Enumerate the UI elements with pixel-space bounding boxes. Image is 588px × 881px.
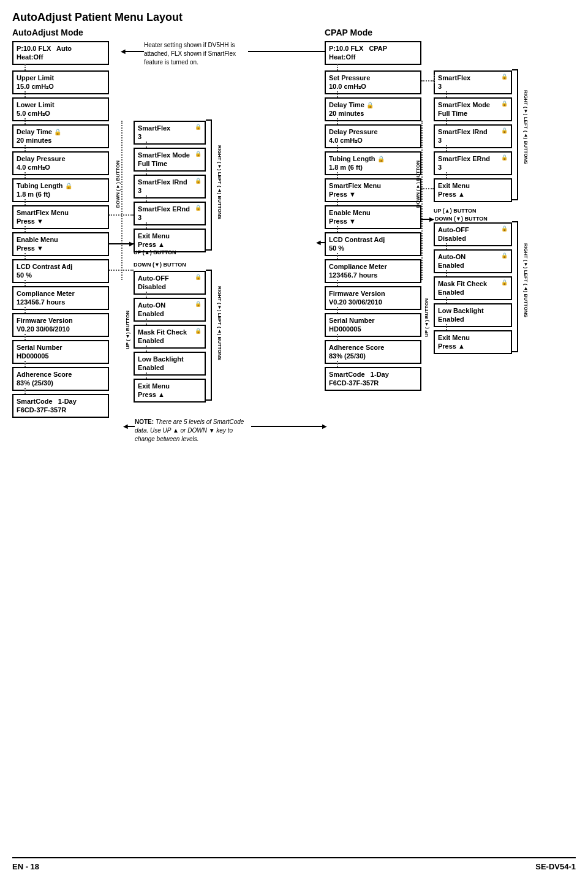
cp-lcd-arrow: ◀ [318,242,325,243]
cem-box-4: Low BacklightEnabled [434,303,512,327]
dot-cem-2 [446,270,447,276]
aa-box-3: Lower Limit5.0 cmH₂O [12,97,109,121]
csf-box-5: Exit MenuPress ▲ [434,178,512,202]
dot-h-sf [109,214,134,216]
dot-sf-3 [146,195,147,202]
dot-v-1 [24,64,26,70]
dot-v-2 [24,91,26,97]
aa-box-1: P:10.0 FLX Auto Heat:Off [12,41,109,65]
csf-bracket [512,69,518,200]
aa-box-2: Upper Limit15.0 cmH₂O [12,70,109,94]
aa-box-6: Tubing Length 🔒1.8 m (6 ft) [12,178,109,202]
dot-cp-12 [337,361,338,367]
smartcode-note: NOTE: There are 5 levels of SmartCode da… [135,418,251,444]
dot-csf-4 [446,172,447,178]
smartcode-arrow-left: ◀ [126,426,135,427]
enable-arrow: ▶ [109,243,134,244]
aa-box-11: Firmware VersionV0.20 30/06/2010 [12,313,109,337]
sf-box-5: Exit MenuPress ▲ [134,229,206,252]
aa-box-12: Serial NumberHD000005 [12,340,109,364]
up-button-label-cpap: UP (▲) BUTTON [434,208,477,214]
right-left-buttons-label-csf: RIGHT (▼) LEFT (▲) BUTTONS [523,90,529,164]
dot-v-9 [24,280,26,286]
down-button-label-cpap: DOWN (▼) BUTTON [415,161,421,208]
page-container: AutoAdjust Patient Menu Layout AutoAdjus… [0,0,588,868]
dot-cem-3 [446,297,447,303]
cpap-mode-header: CPAP Mode [325,28,372,37]
arrow-h-2: ▶ [248,51,334,52]
right-left-buttons-label-2: RIGHT (▼) LEFT (▲) BUTTONS [217,286,222,360]
dot-cp-4 [337,145,338,151]
aa-box-5: Delay Pressure4.0 cmH₂O [12,151,109,175]
ao-bracket [206,270,212,401]
dot-csf-2 [446,118,447,124]
csf-box-4: SmartFlex ERnd 🔒3 [434,151,512,175]
dot-cp-1 [337,64,338,70]
dot-v-11 [24,334,26,340]
cem-bracket [512,221,518,352]
cpap-sf-arrow [421,188,434,189]
dot-v-13 [24,388,26,394]
dot-v-3 [24,118,26,124]
dot-ao-4 [146,372,147,379]
dot-v-csf [421,121,423,280]
dot-cpap-sf-v [434,75,435,83]
aa-box-8: Enable MenuPress ▼ [12,232,109,256]
dot-csf-1 [446,91,447,97]
cp-box-9: Compliance Meter123456.7 hours [325,259,421,283]
ao-box-1: Auto-OFF 🔒Disabled [134,271,206,295]
dot-cp-6 [337,199,338,205]
up-arrow-label-aa: UP (▲) BUTTON [125,311,130,349]
aa-box-10: Compliance Meter123456.7 hours [12,286,109,310]
dot-v-8 [24,253,26,259]
cem-box-5: Exit MenuPress ▲ [434,330,512,354]
sf-box-1: SmartFlex 🔒3 [134,121,206,145]
cp-box-4: Delay Pressure4.0 cmH₂O [325,124,421,148]
dot-cp-8 [337,253,338,259]
aa-box-4: Delay Time 🔒20 minutes [12,124,109,148]
cp-box-11: Serial NumberHD000005 [325,313,421,337]
dot-v-5 [24,172,26,178]
down-button-label-cpap-enable: DOWN (▼) BUTTON [435,216,488,222]
sf-box-3: SmartFlex IRnd 🔒3 [134,175,206,199]
dot-h-csf [421,80,434,81]
heater-note: Heater setting shown if DV5HH is attache… [144,41,248,67]
csf-box-1: SmartFlex 🔒3 [434,70,512,94]
dot-v-4 [24,145,26,151]
cp-box-7: Enable MenuPress ▼ [325,205,421,229]
ao-box-4: Low BacklightEnabled [134,352,206,376]
arrow-h-1: ◀ [124,51,144,52]
sf-bracket [206,119,212,251]
sf-box-4: SmartFlex ERnd 🔒3 [134,202,206,225]
dot-sf-4 [146,222,147,229]
cem-box-3: Mask Fit Check 🔒Enabled [434,276,512,300]
dot-cp-10 [337,307,338,313]
right-left-buttons-label-1: RIGHT (▼) LEFT (▲) BUTTONS [217,145,222,219]
cem-box-2: Auto-ON 🔒Enabled [434,249,512,273]
cem-box-1: Auto-OFF 🔒Disabled [434,222,512,246]
dot-cp-11 [337,334,338,340]
dot-cem-4 [446,324,447,330]
dot-cp-7 [337,226,338,232]
dot-sf-1 [146,142,147,148]
dot-cp-5 [337,172,338,178]
right-left-buttons-label-cem: RIGHT (▼) LEFT (▲) BUTTONS [523,243,529,317]
cp-box-10: Firmware VersionV0.20 30/06/2010 [325,286,421,310]
dot-v-7 [24,226,26,232]
dot-cp-2 [337,91,338,97]
footer-left: EN - 18 [12,862,39,871]
cp-box-8: LCD Contrast Adj50 % [325,232,421,256]
cp-box-6: SmartFlex MenuPress ▼ [325,178,421,202]
dot-ao-2 [146,319,147,325]
cp-box-5: Tubing Length 🔒1.8 m (6 ft) [325,151,421,175]
dot-v-sf [121,121,123,280]
dot-cem-1 [446,243,447,249]
cp-box-3: Delay Time 🔒20 minutes [325,97,421,121]
cp-box-13: SmartCode 1-DayF6CD-37F-357R [325,367,421,391]
down-button-label-1: DOWN (▼) BUTTON [115,161,121,208]
up-button-label-1: UP (▲) BUTTON [134,249,176,255]
ao-box-2: Auto-ON 🔒Enabled [134,298,206,322]
up-arrow-label-cpap: UP (▲) BUTTON [424,298,429,337]
dot-cp-9 [337,280,338,286]
sf-box-2: SmartFlex Mode 🔒Full Time [134,148,206,172]
